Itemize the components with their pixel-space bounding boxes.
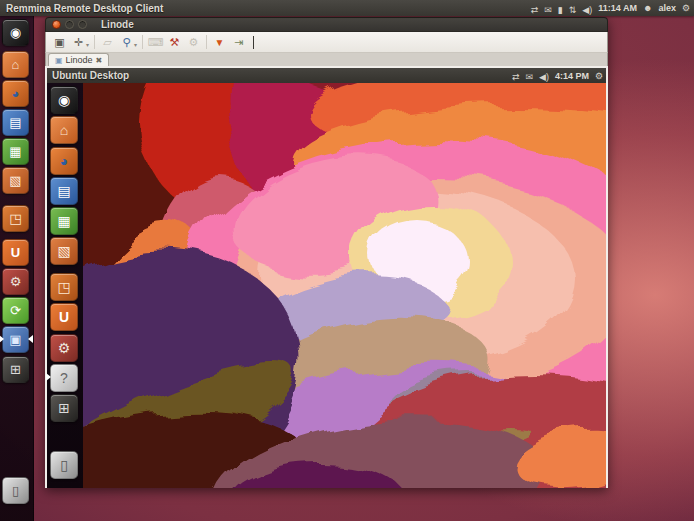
remmina-icon: ▣: [9, 333, 21, 346]
tab-bar: ▣ Linode ✖: [45, 53, 608, 66]
firefox-icon: ◕: [60, 154, 68, 168]
launcher-item-system-settings[interactable]: ⚙: [2, 268, 29, 295]
software-center-icon: ◳: [57, 280, 70, 294]
running-indicator: [0, 335, 8, 343]
remote-panel-title: Ubuntu Desktop: [52, 70, 129, 81]
launcher-item-dash-home[interactable]: ◉: [2, 19, 29, 46]
keyboard-grab-icon: ⌨: [148, 36, 164, 49]
network-icon[interactable]: ⇄: [531, 5, 539, 15]
dropdown-caret-icon[interactable]: ▾: [86, 41, 89, 48]
panel-app-title: Remmina Remote Desktop Client: [6, 3, 163, 14]
firefox-icon: ◕: [12, 87, 20, 100]
toolbar-separator: [94, 35, 95, 49]
system-settings-icon: ⚙: [10, 275, 22, 288]
network-icon[interactable]: ⇄: [512, 72, 520, 82]
disconnect-button[interactable]: ⇥: [229, 34, 248, 51]
minimize-to-tray-button[interactable]: ▼: [210, 34, 229, 51]
launcher-item-home-folder[interactable]: ⌂: [50, 116, 78, 144]
launcher-item-system-settings[interactable]: ⚙: [50, 334, 78, 362]
settings-button[interactable]: ⚙: [184, 34, 203, 51]
libreoffice-writer-icon: ▤: [9, 116, 21, 129]
launcher-item-workspace-switcher[interactable]: ⊞: [2, 356, 29, 383]
maximize-button[interactable]: [78, 20, 87, 29]
software-center-icon: ◳: [9, 212, 21, 225]
tab-label: Linode: [66, 55, 93, 65]
mail-icon[interactable]: ✉: [544, 5, 552, 15]
fullscreen-icon: ✛: [74, 36, 83, 49]
launcher-item-green-arrows-app[interactable]: ⟳: [2, 297, 29, 324]
remote-desktop-area[interactable]: ◉⌂◕▤▦▧◳U⚙?⊞▯: [47, 83, 606, 488]
battery-icon[interactable]: ▮: [558, 5, 563, 15]
preferences-button[interactable]: ⚒: [165, 34, 184, 51]
mail-icon[interactable]: ✉: [525, 72, 533, 82]
launcher-item-workspace-switcher[interactable]: ⊞: [50, 394, 78, 422]
remote-viewport[interactable]: Ubuntu Desktop ⇄✉◀) 4:14 PM ⚙ ◉⌂◕▤▦▧◳U⚙?…: [45, 66, 608, 488]
minimize-button[interactable]: [65, 20, 74, 29]
trash-icon: ▯: [60, 458, 68, 472]
unknown-app-icon: ?: [60, 371, 68, 385]
libreoffice-calc-icon: ▦: [9, 145, 21, 158]
green-arrows-app-icon: ⟳: [10, 304, 21, 317]
volume-icon[interactable]: ◀): [539, 72, 549, 82]
user-icon: ☻: [643, 0, 652, 16]
focused-indicator: [24, 335, 33, 343]
toolbar-separator: [206, 35, 207, 49]
launcher-item-firefox[interactable]: ◕: [50, 147, 78, 175]
window-titlebar[interactable]: Linode: [45, 17, 608, 32]
tab-linode[interactable]: ▣ Linode ✖: [48, 53, 109, 66]
launcher-item-libreoffice-impress[interactable]: ▧: [50, 237, 78, 265]
launcher-item-libreoffice-writer[interactable]: ▤: [2, 109, 29, 136]
launcher-item-libreoffice-writer[interactable]: ▤: [50, 177, 78, 205]
disconnect-icon: ⇥: [234, 36, 243, 49]
launcher-item-ubuntu-one[interactable]: U: [2, 239, 29, 266]
remote-desktop-icon: ▣: [55, 56, 63, 65]
close-button[interactable]: [52, 20, 61, 29]
remote-wallpaper: [83, 83, 606, 488]
volume-icon[interactable]: ◀): [582, 5, 592, 15]
dropdown-caret-icon[interactable]: ▾: [134, 41, 137, 48]
scaled-mode-icon: ▱: [103, 36, 111, 49]
launcher-item-ubuntu-one[interactable]: U: [50, 303, 78, 331]
libreoffice-calc-icon: ▦: [57, 214, 70, 228]
toolbar-separator: [142, 35, 143, 49]
launcher-item-firefox[interactable]: ◕: [2, 80, 29, 107]
launcher-item-dash-home[interactable]: ◉: [50, 86, 78, 114]
launcher-item-libreoffice-calc[interactable]: ▦: [50, 207, 78, 235]
launcher-item-libreoffice-impress[interactable]: ▧: [2, 167, 29, 194]
libreoffice-writer-icon: ▤: [57, 184, 70, 198]
home-folder-icon: ⌂: [60, 123, 68, 137]
remmina-toolbar: ▣✛▾▱⚲▾⌨⚒⚙▼⇥: [45, 32, 608, 53]
clock[interactable]: 11:14 AM: [598, 3, 637, 13]
libreoffice-impress-icon: ▧: [57, 244, 70, 258]
user-menu[interactable]: alex: [658, 3, 676, 13]
toolbar-caret: [253, 36, 254, 49]
home-folder-icon: ⌂: [12, 58, 20, 71]
launcher-item-libreoffice-calc[interactable]: ▦: [2, 138, 29, 165]
tray-icons: ⇄✉▮⇅◀): [525, 0, 593, 18]
workspace-switcher-icon: ⊞: [58, 401, 70, 415]
top-panel: Remmina Remote Desktop Client ⇄✉▮⇅◀) 11:…: [0, 0, 694, 16]
remote-unity-launcher: ◉⌂◕▤▦▧◳U⚙?⊞▯: [47, 83, 83, 488]
dash-home-icon: ◉: [10, 26, 21, 39]
scaled-mode-button[interactable]: ▱: [98, 34, 117, 51]
preferences-icon: ⚒: [170, 36, 180, 49]
ubuntu-one-icon: U: [59, 310, 69, 324]
libreoffice-impress-icon: ▧: [9, 174, 21, 187]
remote-clock[interactable]: 4:14 PM: [555, 71, 589, 81]
sync-arrows-icon[interactable]: ⇅: [569, 5, 577, 15]
keyboard-grab-button[interactable]: ⌨: [146, 34, 165, 51]
session-gear-icon[interactable]: ⚙: [682, 0, 690, 16]
tab-close-icon[interactable]: ✖: [96, 56, 103, 65]
launcher-item-software-center[interactable]: ◳: [2, 205, 29, 232]
remote-gear-icon[interactable]: ⚙: [595, 68, 603, 84]
fit-window-button[interactable]: ▣: [50, 34, 69, 51]
remmina-window: Linode ▣✛▾▱⚲▾⌨⚒⚙▼⇥ ▣ Linode ✖ Ubuntu Des…: [45, 17, 608, 488]
launcher-item-software-center[interactable]: ◳: [50, 273, 78, 301]
workspace-switcher-icon: ⊞: [10, 363, 21, 376]
launcher-item-home-folder[interactable]: ⌂: [2, 51, 29, 78]
launcher-item-trash[interactable]: ▯: [50, 451, 78, 479]
system-settings-icon: ⚙: [58, 341, 71, 355]
launcher-item-trash[interactable]: ▯: [2, 477, 29, 504]
indicator-area: ⇄✉▮⇅◀) 11:14 AM ☻ alex ⚙: [525, 0, 690, 18]
zoom-icon: ⚲: [122, 36, 130, 49]
